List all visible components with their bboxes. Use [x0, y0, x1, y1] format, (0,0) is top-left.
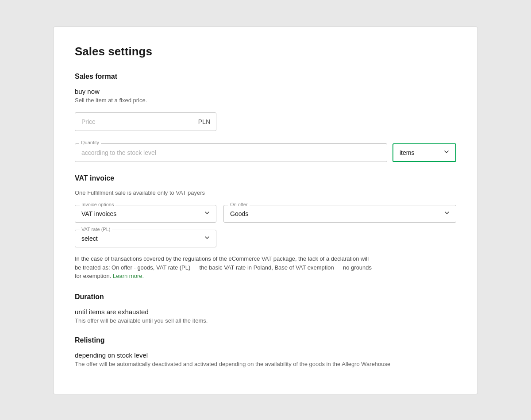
- sales-settings-card: Sales settings Sales format buy now Sell…: [53, 27, 478, 394]
- quantity-input[interactable]: [75, 143, 387, 162]
- items-select-wrapper[interactable]: items sets pairs: [392, 143, 456, 162]
- price-row: PLN: [75, 112, 456, 131]
- on-offer-label: On offer: [228, 202, 250, 207]
- on-offer-field: On offer Goods Services: [223, 205, 456, 223]
- buy-now-label: buy now: [75, 88, 456, 95]
- price-input[interactable]: [75, 112, 216, 131]
- vat-rate-chevron-icon: [204, 234, 211, 243]
- invoice-options-select[interactable]: VAT invoices No invoice Receipt: [75, 205, 216, 222]
- vat-invoice-title: VAT invoice: [75, 174, 456, 182]
- duration-subsection-desc: This offer will be available until you s…: [75, 317, 456, 324]
- invoice-options-wrapper: Invoice options VAT invoices No invoice …: [75, 205, 216, 223]
- duration-subsection-title: until items are exhausted: [75, 308, 456, 316]
- buy-now-desc: Sell the item at a fixed price.: [75, 97, 456, 104]
- vat-desc: In the case of transactions covered by t…: [75, 254, 376, 281]
- quantity-row: Quantity items sets pairs: [75, 143, 456, 162]
- relisting-section: Relisting depending on stock level The o…: [75, 336, 456, 367]
- sales-format-section: Sales format buy now Sell the item at a …: [75, 73, 456, 162]
- vat-rate-select[interactable]: select 0% 5% 8% 23%: [75, 230, 199, 247]
- vat-rate-wrapper: VAT rate (PL) select 0% 5% 8% 23%: [75, 230, 216, 247]
- relisting-subsection-desc: The offer will be automatically deactiva…: [75, 361, 456, 367]
- invoice-options-field: Invoice options VAT invoices No invoice …: [75, 205, 216, 223]
- invoice-options-row: Invoice options VAT invoices No invoice …: [75, 205, 456, 223]
- relisting-title: Relisting: [75, 336, 456, 344]
- price-currency: PLN: [198, 118, 210, 125]
- price-field-wrapper: PLN: [75, 112, 216, 131]
- quantity-label: Quantity: [79, 140, 101, 145]
- page-title: Sales settings: [75, 45, 456, 58]
- vat-rate-field: VAT rate (PL) select 0% 5% 8% 23%: [75, 230, 216, 247]
- on-offer-select[interactable]: Goods Services: [224, 205, 456, 222]
- quantity-field-wrapper: Quantity: [75, 143, 387, 162]
- invoice-options-label: Invoice options: [80, 202, 115, 207]
- sales-format-title: Sales format: [75, 73, 456, 81]
- vat-rate-label: VAT rate (PL): [80, 227, 112, 232]
- duration-section: Duration until items are exhausted This …: [75, 293, 456, 324]
- vat-invoice-desc: One Fulfillment sale is available only t…: [75, 189, 456, 196]
- vat-invoice-section: VAT invoice One Fulfillment sale is avai…: [75, 174, 456, 281]
- relisting-subsection-title: depending on stock level: [75, 351, 456, 359]
- on-offer-wrapper: On offer Goods Services: [223, 205, 456, 223]
- items-select[interactable]: items sets pairs: [393, 144, 455, 161]
- duration-title: Duration: [75, 293, 456, 301]
- learn-more-link[interactable]: Learn more.: [113, 273, 144, 279]
